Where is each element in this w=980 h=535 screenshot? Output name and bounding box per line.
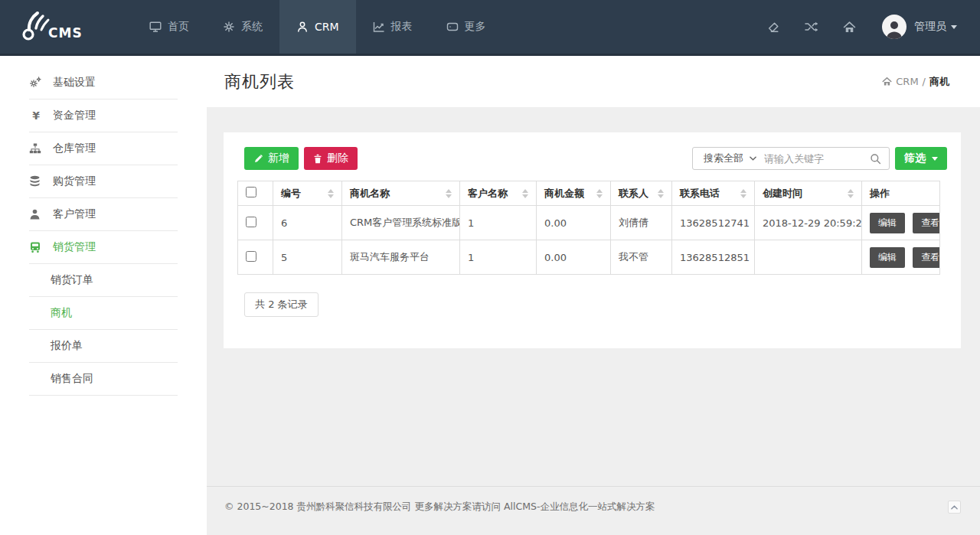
nav-item-system[interactable]: 系统 xyxy=(206,0,279,54)
top-navbar: CMS 首页 系统 CRM xyxy=(0,0,980,56)
sidebar-item-basic-settings[interactable]: 基础设置 xyxy=(29,67,178,99)
cell-name: 斑马汽车服务平台 xyxy=(342,240,460,275)
sidebar-subitem-sales-contracts[interactable]: 销售合同 xyxy=(29,363,178,396)
delete-button-label: 删除 xyxy=(327,152,348,165)
search-zone: 搜索全部 xyxy=(692,147,947,170)
sidebar-menu: 基础设置 ¥ 资金管理 仓库管理 xyxy=(29,67,178,396)
add-button-label: 新增 xyxy=(268,152,289,165)
delete-button[interactable]: 删除 xyxy=(304,147,358,170)
cogs-icon xyxy=(29,77,43,89)
breadcrumb: CRM / 商机 xyxy=(882,75,949,89)
gear-icon xyxy=(223,21,235,33)
add-button[interactable]: 新增 xyxy=(244,147,299,170)
nav-item-reports[interactable]: 报表 xyxy=(356,0,430,54)
sidebar-item-label: 商机 xyxy=(51,306,72,320)
col-header-amount: 商机金额 xyxy=(544,187,584,201)
col-header-actions: 操作 xyxy=(870,188,890,199)
cell-created xyxy=(755,240,862,275)
nav-label: 首页 xyxy=(168,20,189,34)
sidebar-item-funds[interactable]: ¥ 资金管理 xyxy=(29,99,178,132)
home-icon xyxy=(882,77,892,86)
select-all-checkbox[interactable] xyxy=(246,187,256,197)
sidebar-item-purchasing[interactable]: 购货管理 xyxy=(29,165,178,198)
list-panel: 新增 删除 搜索全部 xyxy=(224,132,961,348)
col-header-contact: 联系人 xyxy=(619,187,648,201)
row-checkbox[interactable] xyxy=(246,217,256,227)
search-input[interactable] xyxy=(764,153,862,165)
page-title: 商机列表 xyxy=(224,70,295,93)
nav-label: 报表 xyxy=(391,20,413,34)
sort-icon[interactable] xyxy=(328,189,334,198)
search-scope-select[interactable]: 搜索全部 xyxy=(693,152,764,165)
chevron-up-icon xyxy=(951,505,958,510)
nav-item-crm[interactable]: CRM xyxy=(279,0,356,54)
edit-button[interactable]: 编辑 xyxy=(870,247,905,268)
logo-text: CMS xyxy=(48,25,83,41)
nav-label: 系统 xyxy=(241,20,263,34)
sort-icon[interactable] xyxy=(522,189,528,198)
nav-label: 更多 xyxy=(465,20,486,34)
sidebar-item-warehouse[interactable]: 仓库管理 xyxy=(29,132,178,165)
shuffle-icon xyxy=(805,21,818,33)
sidebar-subitem-quotations[interactable]: 报价单 xyxy=(29,330,178,363)
avatar-silhouette xyxy=(886,19,903,39)
back-to-top-button[interactable] xyxy=(948,501,961,514)
shuffle-button[interactable] xyxy=(792,0,831,54)
sort-icon[interactable] xyxy=(740,189,746,198)
nav-item-more[interactable]: 更多 xyxy=(430,0,503,54)
sidebar-item-sales[interactable]: 销货管理 xyxy=(29,231,178,264)
clear-cache-button[interactable] xyxy=(755,0,792,54)
pencil-icon xyxy=(253,154,263,164)
cell-name: CRM客户管理系统标准版 xyxy=(342,206,460,240)
yen-icon: ¥ xyxy=(29,109,43,122)
user-avatar[interactable] xyxy=(882,15,906,39)
main-area: 商机列表 CRM / 商机 新增 xyxy=(207,56,980,535)
cell-phone: 13628512741 xyxy=(672,206,755,240)
sort-icon[interactable] xyxy=(848,189,854,198)
view-button[interactable]: 查看 xyxy=(913,213,939,233)
nav-item-home[interactable]: 首页 xyxy=(132,0,206,54)
col-header-id: 编号 xyxy=(281,187,301,201)
cell-contact: 我不管 xyxy=(611,240,672,275)
breadcrumb-section[interactable]: CRM xyxy=(896,76,918,87)
user-name[interactable]: 管理员 xyxy=(914,20,946,34)
table-row: 6 CRM客户管理系统标准版 1 0.00 刘倩倩 13628512741 20… xyxy=(238,206,940,240)
sidebar-subitem-sales-orders[interactable]: 销货订单 xyxy=(29,264,178,297)
sort-icon[interactable] xyxy=(446,189,452,198)
sidebar-item-label: 仓库管理 xyxy=(53,142,96,155)
nav-label: CRM xyxy=(315,21,339,33)
caret-down-icon xyxy=(932,157,938,161)
view-button[interactable]: 查看 xyxy=(913,247,939,268)
home-shortcut-button[interactable] xyxy=(831,0,868,54)
filter-button-label: 筛选 xyxy=(904,152,926,165)
sidebar-item-label: 购货管理 xyxy=(53,175,96,188)
sidebar-item-customers[interactable]: 客户管理 xyxy=(29,198,178,231)
table-header-row: 编号 商机名称 客户名称 商机金额 联系人 联系电话 创建时间 操作 xyxy=(238,181,940,206)
sidebar-item-label: 销货订单 xyxy=(51,273,93,287)
chevron-down-icon xyxy=(951,25,957,29)
database-icon xyxy=(29,175,43,188)
row-checkbox[interactable] xyxy=(246,251,256,262)
cell-amount: 0.00 xyxy=(537,240,611,275)
edit-button[interactable]: 编辑 xyxy=(870,213,905,233)
chevron-down-icon xyxy=(750,156,756,161)
sitemap-icon xyxy=(29,142,43,155)
search-icon xyxy=(870,153,881,165)
search-submit-button[interactable] xyxy=(862,153,889,165)
app-window: CMS 首页 系统 CRM xyxy=(0,0,980,535)
main-nav: 首页 系统 CRM 报表 xyxy=(132,0,503,54)
footer: © 2015~2018 贵州黔科聚信科技有限公司 更多解决方案请访问 AllCM… xyxy=(207,486,980,535)
sort-icon[interactable] xyxy=(658,189,664,198)
filter-button[interactable]: 筛选 xyxy=(895,147,947,170)
col-header-customer: 客户名称 xyxy=(468,187,508,201)
app-logo[interactable]: CMS xyxy=(19,0,96,54)
desktop-icon xyxy=(149,21,162,33)
sort-icon[interactable] xyxy=(596,189,603,198)
breadcrumb-separator: / xyxy=(923,76,926,87)
cell-contact: 刘倩倩 xyxy=(611,206,672,240)
comment-icon xyxy=(446,21,459,33)
bus-icon xyxy=(29,241,43,253)
cell-id: 5 xyxy=(273,240,342,275)
col-header-phone: 联系电话 xyxy=(680,187,720,201)
sidebar-subitem-opportunities[interactable]: 商机 xyxy=(29,297,178,330)
